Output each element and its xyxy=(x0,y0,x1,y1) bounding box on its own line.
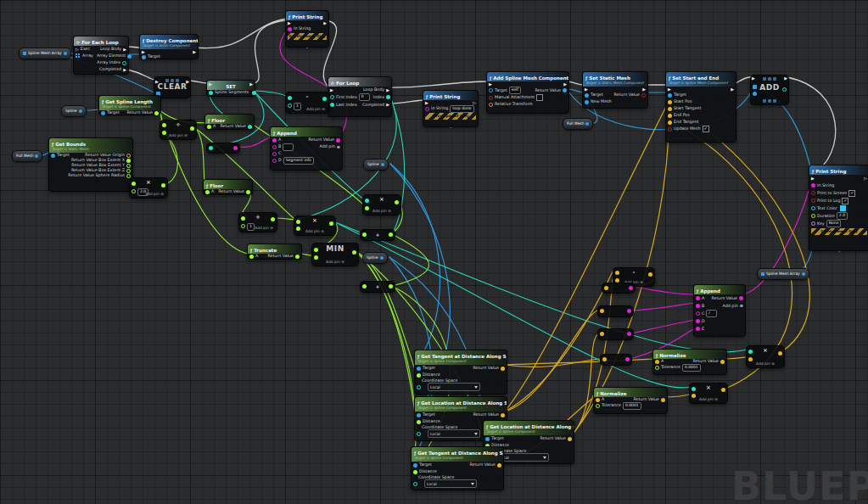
target-pin[interactable] xyxy=(668,93,672,98)
blueprint-graph[interactable]: BLUEPR xyxy=(0,0,868,504)
input-pin[interactable] xyxy=(314,248,318,252)
first-index-pin[interactable] xyxy=(330,95,334,99)
node-to-string-conversion[interactable] xyxy=(597,305,634,317)
node-for-loop[interactable]: ⟳For Loop ▶Loop Body▶ First Index0Index … xyxy=(328,76,392,117)
output-pin[interactable] xyxy=(233,146,238,150)
node-multiply-vector-2[interactable]: × Add pin ⊕ xyxy=(689,383,728,404)
output-pin[interactable] xyxy=(161,183,165,188)
manual-attachment-pin[interactable] xyxy=(489,96,493,100)
distance-pin[interactable] xyxy=(417,420,421,424)
output-pin[interactable] xyxy=(322,97,327,101)
output-pin[interactable] xyxy=(271,217,275,221)
manual-attachment-checkbox[interactable] xyxy=(536,94,543,101)
input-pin[interactable] xyxy=(241,216,245,221)
tolerance-pin[interactable] xyxy=(596,404,600,408)
print-to-log-pin[interactable] xyxy=(811,199,815,203)
node-destroy-component[interactable]: ƒDestroy ComponentTarget is Actor Compon… xyxy=(139,34,199,59)
add-pin-button[interactable]: Add pin xyxy=(320,144,335,149)
node-divide[interactable]: ÷ Add pin ⊕ xyxy=(160,120,197,140)
distance-pin[interactable] xyxy=(413,470,417,474)
input-pin[interactable] xyxy=(615,271,619,275)
target-pin[interactable] xyxy=(417,367,421,371)
variable-pill-full-mesh[interactable]: Full Mesh xyxy=(12,150,42,162)
b-pin[interactable] xyxy=(696,304,700,308)
target-pin[interactable] xyxy=(101,111,105,115)
exec-in-pin[interactable]: ▶ xyxy=(668,87,671,92)
array-in-pin[interactable] xyxy=(76,53,81,59)
index-pin[interactable] xyxy=(386,95,390,99)
node-set-static-mesh[interactable]: ƒSet Static MeshTarget is Static Mesh Co… xyxy=(582,71,648,109)
node-add-spline-mesh-component[interactable]: ƒAdd Spline Mesh Component ▶▶ Targetself… xyxy=(486,71,569,114)
node-to-string-conversion[interactable] xyxy=(597,328,634,340)
return-value-pin[interactable] xyxy=(154,111,159,115)
tolerance-input[interactable]: 0.0001 xyxy=(682,364,701,372)
e-pin[interactable] xyxy=(696,327,700,331)
output-pin[interactable] xyxy=(35,154,38,158)
in-string-pin[interactable] xyxy=(811,183,815,188)
exec-out-pin[interactable]: ▷ xyxy=(864,176,867,181)
coordinate-space-dropdown[interactable]: Local xyxy=(496,453,549,462)
node-floor-1[interactable]: ƒFloor AReturn Value xyxy=(204,114,255,130)
return-value-pin[interactable] xyxy=(497,463,501,468)
return-value-pin[interactable] xyxy=(739,296,743,300)
input-pin[interactable] xyxy=(604,286,608,290)
input-pin[interactable] xyxy=(600,309,604,313)
node-to-string-conversion[interactable] xyxy=(602,283,636,294)
add-pin-button[interactable]: Add pin ⊕ xyxy=(690,397,727,401)
output-pin[interactable] xyxy=(802,272,805,276)
node-print-string-top[interactable]: ƒPrint String ▶▶ In String Development O… xyxy=(285,10,329,48)
target-pin[interactable] xyxy=(413,463,417,468)
node-add-small-2[interactable]: + xyxy=(360,281,395,293)
exec-out-pin[interactable]: ▶ xyxy=(642,87,646,92)
a-pin[interactable] xyxy=(696,296,700,300)
array-index-pin[interactable] xyxy=(122,61,126,65)
input-pin[interactable] xyxy=(162,123,166,127)
exec-out-pin[interactable]: ▶ xyxy=(123,48,126,52)
in-string-pin[interactable] xyxy=(425,107,429,111)
collapse-arrow-icon[interactable]: ⌄ xyxy=(286,45,328,48)
text-color-swatch[interactable] xyxy=(839,204,847,212)
return-value-pin[interactable] xyxy=(246,190,250,194)
input-pin[interactable] xyxy=(209,146,213,150)
print-to-log-checkbox[interactable]: ✓ xyxy=(842,198,848,204)
output-pin[interactable] xyxy=(629,286,633,290)
end-tangent-pin[interactable] xyxy=(668,120,672,125)
output-pin[interactable] xyxy=(64,52,67,55)
index-out-pin[interactable] xyxy=(782,87,787,92)
d-pin[interactable] xyxy=(696,319,700,323)
node-normalize-1[interactable]: ƒNormalize AReturn Value Tolerance0.0001 xyxy=(652,349,727,375)
return-value-pin[interactable] xyxy=(248,125,252,129)
exec-out-pin[interactable]: ▶ xyxy=(784,76,787,81)
tolerance-pin[interactable] xyxy=(655,366,659,370)
output-pin[interactable] xyxy=(648,272,652,277)
node-get-tangent-at-distance-2[interactable]: ƒGet Tangent at Distance Along SplineTar… xyxy=(411,446,504,490)
origin-pin[interactable] xyxy=(126,154,131,158)
a-pin[interactable] xyxy=(207,125,211,129)
exec-in-pin[interactable]: ▶ xyxy=(489,82,492,87)
exec-out-pin[interactable]: ▶ xyxy=(731,87,734,92)
exec-out-pin[interactable]: ▶ xyxy=(193,50,196,54)
node-to-string-conversion[interactable] xyxy=(600,354,632,366)
distance-pin[interactable] xyxy=(417,373,421,378)
d-pin[interactable] xyxy=(272,159,277,163)
start-tangent-pin[interactable] xyxy=(668,107,672,111)
output-pin[interactable] xyxy=(381,163,384,166)
exec-in-pin[interactable]: ▶ xyxy=(142,50,145,54)
output-pin[interactable] xyxy=(585,122,589,126)
print-to-screen-checkbox[interactable]: ✓ xyxy=(848,190,855,197)
node-for-each-loop[interactable]: ⟳For Each Loop ▷Exec Loop Body▶ Array Ar… xyxy=(73,36,129,75)
node-floor-2[interactable]: ƒFloor AReturn Value xyxy=(203,179,253,195)
variable-pill-spline-mesh-array[interactable]: Spline Mesh Array xyxy=(19,48,71,59)
exec-in-pin[interactable]: ▶ xyxy=(288,21,291,25)
input-pin[interactable] xyxy=(692,387,696,391)
return-value-pin[interactable] xyxy=(568,437,572,441)
output-pin[interactable] xyxy=(625,357,630,361)
node-multiply-2[interactable]: × 2.0 Add pin ⊕ xyxy=(129,177,168,199)
return-value-pin[interactable] xyxy=(501,413,505,417)
output-pin[interactable] xyxy=(395,200,399,204)
array-element-pin[interactable] xyxy=(127,54,132,59)
sphere-radius-pin[interactable] xyxy=(126,174,131,178)
target-pin[interactable] xyxy=(417,413,421,417)
exec-out-pin[interactable]: ▶ xyxy=(563,82,567,87)
add-pin-button[interactable]: Add pin ⊕ xyxy=(363,209,400,213)
